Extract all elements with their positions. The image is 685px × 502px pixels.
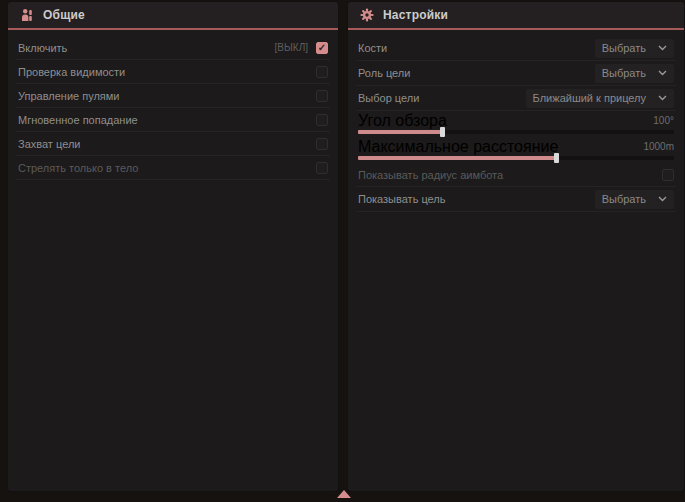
instant-hit-checkbox[interactable]: ✓ <box>316 114 328 126</box>
scroll-up-indicator[interactable] <box>337 490 351 498</box>
chevron-down-icon <box>658 45 667 51</box>
row-show-aimbot-radius[interactable]: Показывать радиус аимбота ✓ <box>356 163 676 187</box>
panel-settings: Настройки Кости Выбрать Роль цели Выбрат… <box>348 2 684 491</box>
row-label: Управление пулями <box>18 90 120 102</box>
panel-settings-header: Настройки <box>348 2 684 30</box>
target-selection-dropdown[interactable]: Ближайший к прицелу <box>526 89 674 108</box>
fov-slider-handle[interactable] <box>440 127 445 137</box>
visibility-check-checkbox[interactable]: ✓ <box>316 66 328 78</box>
panel-general-body: Включить [ВЫКЛ] ✓ Проверка видимости ✓ У <box>8 30 338 180</box>
chevron-down-icon <box>658 70 667 76</box>
row-label: Показывать радиус аимбота <box>358 169 503 181</box>
row-label: Кости <box>358 42 387 54</box>
row-target-selection: Выбор цели Ближайший к прицелу <box>356 86 676 111</box>
row-label: Проверка видимости <box>18 66 125 78</box>
body-only-checkbox[interactable]: ✓ <box>316 162 328 174</box>
max-distance-slider[interactable] <box>358 156 674 160</box>
panel-general-title: Общие <box>43 8 85 22</box>
row-label: Выбор цели <box>358 92 419 104</box>
row-enable[interactable]: Включить [ВЫКЛ] ✓ <box>16 36 330 60</box>
row-label: Роль цели <box>358 67 410 79</box>
gear-icon <box>359 8 374 23</box>
dropdown-value: Выбрать <box>602 42 646 54</box>
fov-slider-fill <box>358 130 443 134</box>
checkmark-icon: ✓ <box>318 43 326 53</box>
row-fov: Угол обзора 100° <box>356 111 676 137</box>
row-instant-hit[interactable]: Мгновенное попадание ✓ <box>16 108 330 132</box>
bones-dropdown[interactable]: Выбрать <box>595 39 674 58</box>
row-label: Максимальное расстояние <box>358 138 558 156</box>
row-visibility-check[interactable]: Проверка видимости ✓ <box>16 60 330 84</box>
row-target-role: Роль цели Выбрать <box>356 61 676 86</box>
row-bullet-control[interactable]: Управление пулями ✓ <box>16 84 330 108</box>
dropdown-value: Выбрать <box>602 67 646 79</box>
hotkey-hint: [ВЫКЛ] <box>275 42 308 53</box>
row-target-lock[interactable]: Захват цели ✓ <box>16 132 330 156</box>
enable-checkbox[interactable]: ✓ <box>316 42 328 54</box>
max-distance-value: 1000m <box>643 141 674 152</box>
person-icon <box>19 8 34 23</box>
max-distance-slider-handle[interactable] <box>554 153 559 163</box>
panel-settings-body: Кости Выбрать Роль цели Выбрать <box>348 30 684 212</box>
show-aimbot-radius-checkbox[interactable]: ✓ <box>662 169 674 181</box>
max-distance-slider-fill <box>358 156 557 160</box>
panel-general: Общие Включить [ВЫКЛ] ✓ Проверка видимос… <box>8 2 338 491</box>
row-body-only[interactable]: Стрелять только в тело ✓ <box>16 156 330 180</box>
fov-slider[interactable] <box>358 130 674 134</box>
chevron-down-icon <box>658 196 667 202</box>
bullet-control-checkbox[interactable]: ✓ <box>316 90 328 102</box>
row-label: Включить <box>18 42 67 54</box>
dropdown-value: Выбрать <box>602 193 646 205</box>
aimbot-menu: Общие Включить [ВЫКЛ] ✓ Проверка видимос… <box>0 0 685 502</box>
row-bones: Кости Выбрать <box>356 36 676 61</box>
chevron-down-icon <box>658 95 667 101</box>
row-label: Мгновенное попадание <box>18 114 138 126</box>
show-target-dropdown[interactable]: Выбрать <box>595 190 674 209</box>
row-label: Угол обзора <box>358 112 447 130</box>
row-show-target: Показывать цель Выбрать <box>356 187 676 212</box>
target-role-dropdown[interactable]: Выбрать <box>595 64 674 83</box>
dropdown-value: Ближайший к прицелу <box>533 92 646 104</box>
row-label: Показывать цель <box>358 193 446 205</box>
panel-general-header: Общие <box>8 2 338 30</box>
target-lock-checkbox[interactable]: ✓ <box>316 138 328 150</box>
row-max-distance: Максимальное расстояние 1000m <box>356 137 676 163</box>
row-label: Захват цели <box>18 138 80 150</box>
row-label: Стрелять только в тело <box>18 162 138 174</box>
fov-value: 100° <box>653 115 674 126</box>
panel-settings-title: Настройки <box>383 8 448 22</box>
